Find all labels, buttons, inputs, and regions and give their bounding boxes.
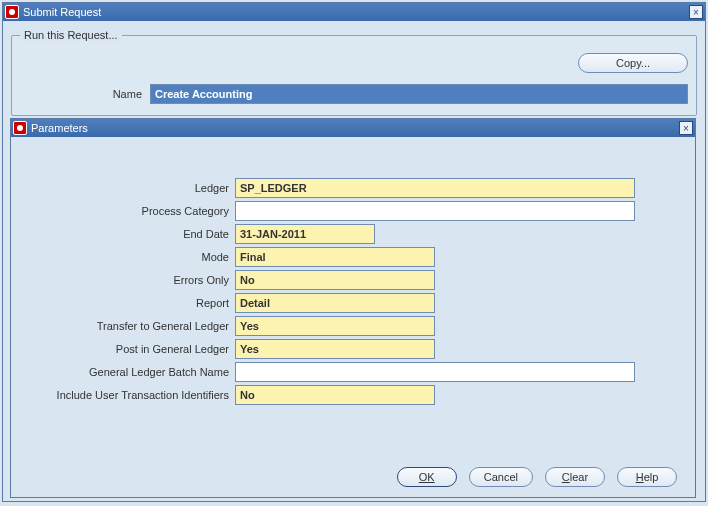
- submit-request-title: Submit Request: [23, 6, 689, 18]
- batch-name-label: General Ledger Batch Name: [17, 366, 235, 378]
- end-date-label: End Date: [17, 228, 235, 240]
- end-date-field[interactable]: [235, 224, 375, 244]
- submit-request-body: Run this Request... Copy... Name: [3, 21, 705, 132]
- ledger-label: Ledger: [17, 182, 235, 194]
- parameters-title: Parameters: [31, 122, 679, 134]
- submit-request-titlebar: Submit Request ×: [3, 3, 705, 21]
- name-field[interactable]: [150, 84, 688, 104]
- ledger-field[interactable]: [235, 178, 635, 198]
- name-label: Name: [20, 88, 150, 100]
- help-button[interactable]: Help: [617, 467, 677, 487]
- parameters-window: Parameters × Ledger Process Category End…: [10, 118, 696, 498]
- post-gl-label: Post in General Ledger: [17, 343, 235, 355]
- process-category-label: Process Category: [17, 205, 235, 217]
- submit-request-close-icon[interactable]: ×: [689, 5, 703, 19]
- errors-only-label: Errors Only: [17, 274, 235, 286]
- ok-button-label: OK: [419, 471, 435, 483]
- copy-button[interactable]: Copy...: [578, 53, 688, 73]
- parameters-titlebar: Parameters ×: [11, 119, 695, 137]
- run-request-legend: Run this Request...: [20, 29, 122, 41]
- cancel-button[interactable]: Cancel: [469, 467, 533, 487]
- mode-label: Mode: [17, 251, 235, 263]
- report-label: Report: [17, 297, 235, 309]
- errors-only-field[interactable]: [235, 270, 435, 290]
- include-uti-label: Include User Transaction Identifiers: [17, 389, 235, 401]
- ok-button[interactable]: OK: [397, 467, 457, 487]
- process-category-field[interactable]: [235, 201, 635, 221]
- clear-button[interactable]: Clear: [545, 467, 605, 487]
- parameters-body: Ledger Process Category End Date Mode Er…: [11, 137, 695, 414]
- include-uti-field[interactable]: [235, 385, 435, 405]
- post-gl-field[interactable]: [235, 339, 435, 359]
- oracle-icon: [13, 121, 27, 135]
- mode-field[interactable]: [235, 247, 435, 267]
- parameters-close-icon[interactable]: ×: [679, 121, 693, 135]
- oracle-icon: [5, 5, 19, 19]
- transfer-gl-label: Transfer to General Ledger: [17, 320, 235, 332]
- run-request-group: Run this Request... Copy... Name: [11, 29, 697, 116]
- report-field[interactable]: [235, 293, 435, 313]
- batch-name-field[interactable]: [235, 362, 635, 382]
- parameters-button-bar: OK Cancel Clear Help: [397, 467, 677, 487]
- transfer-gl-field[interactable]: [235, 316, 435, 336]
